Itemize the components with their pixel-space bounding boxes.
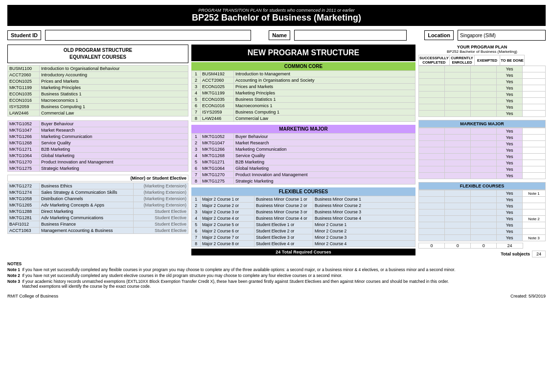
table-row: Yes bbox=[419, 128, 546, 135]
list-item: MKTG1199Marketing Principles bbox=[8, 85, 188, 91]
course-name: Adv Marketing Communications bbox=[40, 215, 134, 221]
course-name: Business Ethics bbox=[40, 183, 134, 189]
list-item: 8LAW2446Commercial Law bbox=[192, 115, 415, 122]
course-code: MKTG1275 bbox=[8, 165, 40, 172]
list-item: MKTG1058Distribution Channels(Marketing … bbox=[8, 196, 188, 202]
course-code: MKTG1281 bbox=[8, 215, 40, 221]
table-row: Yes bbox=[419, 147, 546, 154]
marketing-major-header: MARKETING MAJOR bbox=[191, 125, 415, 133]
course-name: Introduction to Organisational Behaviour bbox=[40, 66, 188, 72]
flexible-label-left: (Minor) or Student Elective bbox=[7, 175, 188, 182]
list-item: 2ACCT2060Accounting in Organisations and… bbox=[192, 77, 415, 84]
total-exempted: 0 bbox=[471, 243, 497, 249]
course-code: MKTG1052 bbox=[8, 121, 40, 127]
note1-text: If you have not yet successfully complet… bbox=[22, 267, 455, 272]
course-code: MKTG1199 bbox=[8, 85, 40, 91]
course-code: ISYS2059 bbox=[8, 104, 40, 110]
list-item: MKTG1271B2B Marketing bbox=[8, 146, 188, 153]
course-name: B2B Marketing bbox=[40, 146, 188, 153]
col-enrolled: CURRENTLY ENROLLED bbox=[449, 55, 475, 66]
total-completed: 0 bbox=[419, 243, 445, 249]
course-code: ECON1035 bbox=[8, 91, 40, 97]
table-row: Yes bbox=[419, 66, 546, 72]
note3-extra: Matched exemptions will identify the cou… bbox=[22, 284, 449, 289]
elective-type: Student Elective bbox=[134, 221, 188, 228]
total-enrolled: 0 bbox=[445, 243, 471, 249]
course-name: Marketing Principles bbox=[40, 85, 188, 91]
list-item: 4Major 2 Course 4 orBusiness Minor Cours… bbox=[192, 215, 415, 222]
list-item: BUSM1100Introduction to Organisational B… bbox=[8, 66, 188, 72]
list-item: MKTG1274Sales Strategy & Communication S… bbox=[8, 189, 188, 196]
col-todo: TO BE DONE bbox=[500, 55, 524, 66]
note2-text: If you have not yet successfully complet… bbox=[22, 273, 342, 278]
right-flexible-header: FLEXIBLE COURSES bbox=[418, 182, 546, 190]
location-label: Location bbox=[424, 30, 454, 40]
course-name: Sales Strategy & Communication Skills bbox=[40, 189, 134, 196]
location-input[interactable] bbox=[458, 30, 546, 41]
note1-label: Note 1 bbox=[7, 267, 20, 272]
flexible-courses-header: FLEXIBLE COURSES bbox=[191, 187, 415, 196]
table-row: Yes bbox=[419, 222, 546, 229]
name-input[interactable] bbox=[294, 30, 407, 41]
list-item: 2MKTG1047Market Research bbox=[192, 140, 415, 146]
table-row: Yes bbox=[419, 104, 546, 111]
table-row: Yes bbox=[419, 79, 546, 85]
table-row: Yes bbox=[419, 154, 546, 160]
table-row: Yes bbox=[419, 166, 546, 173]
table-row: Yes bbox=[419, 209, 546, 216]
course-name: Prices and Markets bbox=[40, 78, 188, 85]
course-code: MKTG1272 bbox=[8, 183, 40, 189]
list-item: 7Major 2 Course 7 orStudent Elective 3 o… bbox=[192, 234, 415, 241]
list-item: 6Major 2 Course 6 orStudent Elective 2 o… bbox=[192, 228, 415, 234]
col-completed: SUCCESSFULLY COMPLETED bbox=[419, 55, 450, 66]
program-title: BP252 Bachelor of Business (Marketing) bbox=[10, 13, 543, 23]
table-row: YesNote 3 bbox=[419, 235, 546, 241]
course-code: MKTG1058 bbox=[8, 196, 40, 202]
list-item: MKTG1266Marketing Communication bbox=[8, 134, 188, 140]
list-item: 1Major 2 Course 1 orBusiness Minor Cours… bbox=[192, 196, 415, 203]
course-name: Commercial Law bbox=[40, 110, 188, 116]
list-item: ECON1016Macroeconomics 1 bbox=[8, 97, 188, 104]
footer-left: RMIT College of Business bbox=[7, 294, 58, 299]
course-name: Macroeconomics 1 bbox=[40, 97, 188, 104]
course-name: Business Computing 1 bbox=[40, 104, 188, 110]
course-name: Service Quality bbox=[40, 140, 188, 146]
list-item: BAFI1012Business FinanceStudent Elective bbox=[8, 221, 188, 228]
your-plan-header: YOUR PROGRAM PLAN bbox=[418, 45, 546, 49]
elective-type: Student Elective bbox=[134, 215, 188, 221]
list-item: 1BUSM4192Introduction to Management bbox=[192, 71, 415, 77]
elective-type: (Marketing Extension) bbox=[134, 202, 188, 208]
elective-type: (Marketing Extension) bbox=[134, 183, 188, 189]
course-name: Distribution Channels bbox=[40, 196, 134, 202]
course-code: BUSM1100 bbox=[8, 66, 40, 72]
course-name: Business Statistics 1 bbox=[40, 91, 188, 97]
course-code: MKTG1270 bbox=[8, 159, 40, 165]
your-plan-sub: BP252 Bachelor of Business (Marketing) bbox=[418, 49, 546, 54]
student-id-input[interactable] bbox=[45, 30, 251, 41]
right-marketing-header: MARKETING MAJOR bbox=[418, 120, 546, 128]
list-item: 4MKTG1268Service Quality bbox=[192, 153, 415, 159]
table-row: Yes bbox=[419, 92, 546, 98]
course-code: MKTG1064 bbox=[8, 153, 40, 159]
course-code: MKTG1268 bbox=[8, 140, 40, 146]
list-item: 8MKTG1275Strategic Marketing bbox=[192, 178, 415, 184]
course-name: Marketing Communication bbox=[40, 134, 188, 140]
list-item: MKTG1288Direct MarketingStudent Elective bbox=[8, 208, 188, 215]
total-todo: 24 bbox=[497, 243, 523, 249]
list-item: MKTG1064Global Marketing bbox=[8, 153, 188, 159]
note3-label: Note 3 bbox=[7, 279, 20, 289]
list-item: 8Major 2 Course 8 orStudent Elective 4 o… bbox=[192, 241, 415, 247]
table-row: Yes bbox=[419, 111, 546, 117]
course-code: MKTG1274 bbox=[8, 189, 40, 196]
elective-type: Student Elective bbox=[134, 228, 188, 234]
list-item: MKTG1052Buyer Behaviour bbox=[8, 121, 188, 127]
name-label: Name bbox=[269, 30, 290, 40]
old-program-header: OLD PROGRAM STRUCTURE EQUIVALENT COURSES bbox=[7, 45, 188, 63]
list-item: MKTG1275Strategic Marketing bbox=[8, 165, 188, 172]
note3-text: If your academic history records unmatch… bbox=[22, 279, 449, 284]
student-id-label: Student ID bbox=[7, 30, 41, 40]
list-item: 6MKTG1064Global Marketing bbox=[192, 165, 415, 172]
common-core-header: COMMON CORE bbox=[191, 62, 415, 70]
total-subjects-value: 24 bbox=[532, 251, 546, 257]
table-row: Yes bbox=[419, 85, 546, 92]
